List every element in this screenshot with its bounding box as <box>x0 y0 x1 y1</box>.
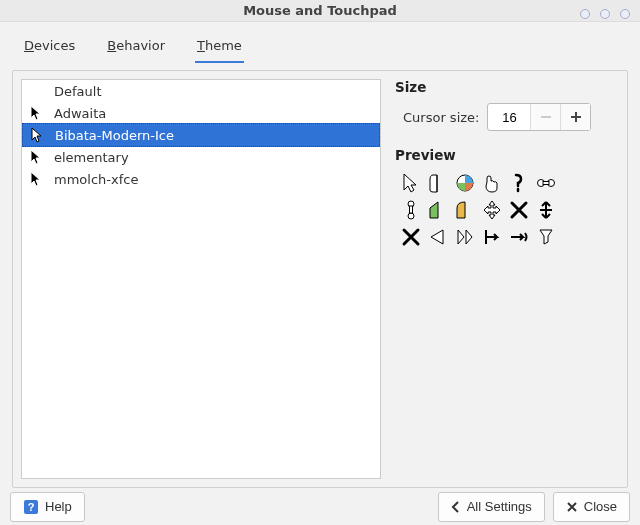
cursor-icon <box>28 149 44 165</box>
cursor-preview-icon <box>561 225 585 249</box>
cursor-preview-icon <box>399 198 423 222</box>
help-button-label: Help <box>45 499 72 514</box>
all-settings-button[interactable]: All Settings <box>438 492 545 522</box>
cursor-preview-icon <box>426 225 450 249</box>
all-settings-label: All Settings <box>467 499 532 514</box>
tab-theme[interactable]: Themedocument.currentScript.previousElem… <box>195 34 244 63</box>
theme-item-label: Bibata-Modern-Ice <box>55 128 174 143</box>
close-icon[interactable] <box>620 9 630 19</box>
theme-item[interactable]: Default <box>22 80 380 102</box>
cursor-preview-icon <box>534 225 558 249</box>
tab-bar: Devicesdocument.currentScript.previousEl… <box>12 30 628 64</box>
size-heading: Size <box>395 79 615 95</box>
theme-item[interactable]: Adwaita <box>22 102 380 124</box>
window-controls <box>580 0 630 28</box>
cursor-preview-icon <box>399 171 423 195</box>
theme-item-label: Default <box>54 84 102 99</box>
theme-item[interactable]: mmolch-xfce <box>22 168 380 190</box>
cursor-preview-icon <box>426 198 450 222</box>
help-icon: ? <box>23 499 39 515</box>
theme-item-label: mmolch-xfce <box>54 172 138 187</box>
close-button[interactable]: Close <box>553 492 630 522</box>
svg-rect-9 <box>410 206 413 213</box>
settings-window: Mouse and Touchpad Devicesdocument.curre… <box>0 0 640 525</box>
cursor-preview-icon <box>534 198 558 222</box>
svg-rect-2 <box>575 112 577 122</box>
window-title: Mouse and Touchpad <box>243 3 397 18</box>
cursor-preview-icon <box>561 171 585 195</box>
minus-icon <box>540 111 552 123</box>
footer: ? Help All Settings Close <box>0 488 640 525</box>
minimize-icon[interactable] <box>580 9 590 19</box>
theme-panel: DefaultAdwaitaBibata-Modern-Iceelementar… <box>12 70 628 488</box>
cursor-icon <box>29 127 45 143</box>
cursor-icon <box>28 105 44 121</box>
help-button[interactable]: ? Help <box>10 492 85 522</box>
size-row: Cursor size: <box>395 103 615 131</box>
theme-item-label: elementary <box>54 150 129 165</box>
cursor-preview-icon <box>507 198 531 222</box>
cursor-preview-grid <box>395 171 615 249</box>
chevron-left-icon <box>451 501 461 513</box>
svg-point-8 <box>408 213 414 219</box>
cursor-preview-icon <box>507 171 531 195</box>
content: Devicesdocument.currentScript.previousEl… <box>0 22 640 488</box>
cursor-preview-icon <box>534 171 558 195</box>
svg-rect-0 <box>541 116 551 118</box>
titlebar: Mouse and Touchpad <box>0 0 640 22</box>
theme-item-label: Adwaita <box>54 106 106 121</box>
close-x-icon <box>566 501 578 513</box>
theme-item[interactable]: elementary <box>22 146 380 168</box>
cursor-preview-icon <box>426 171 450 195</box>
cursor-preview-icon <box>399 225 423 249</box>
cursor-size-label: Cursor size: <box>403 110 479 125</box>
theme-list[interactable]: DefaultAdwaitaBibata-Modern-Iceelementar… <box>21 79 381 479</box>
cursor-size-spinbox <box>487 103 591 131</box>
cursor-icon <box>28 171 44 187</box>
cursor-preview-icon <box>453 198 477 222</box>
cursor-size-input[interactable] <box>488 104 530 130</box>
cursor-preview-icon <box>453 225 477 249</box>
cursor-preview-icon <box>480 198 504 222</box>
cursor-preview-icon <box>561 198 585 222</box>
side-panel: Size Cursor size: Preview <box>391 79 619 479</box>
tab-behavior[interactable]: Behaviordocument.currentScript.previousE… <box>105 34 167 63</box>
svg-rect-6 <box>543 182 549 185</box>
close-button-label: Close <box>584 499 617 514</box>
maximize-icon[interactable] <box>600 9 610 19</box>
cursor-icon <box>28 83 44 99</box>
cursor-preview-icon <box>507 225 531 249</box>
plus-icon <box>570 111 582 123</box>
cursor-preview-icon <box>480 171 504 195</box>
preview-heading: Preview <box>395 147 615 163</box>
tab-devices[interactable]: Devicesdocument.currentScript.previousEl… <box>22 34 77 63</box>
theme-item[interactable]: Bibata-Modern-Ice <box>22 123 380 147</box>
cursor-preview-icon <box>453 171 477 195</box>
svg-text:?: ? <box>28 501 35 513</box>
cursor-size-increase-button[interactable] <box>560 104 590 130</box>
cursor-size-decrease-button[interactable] <box>530 104 560 130</box>
cursor-preview-icon <box>480 225 504 249</box>
